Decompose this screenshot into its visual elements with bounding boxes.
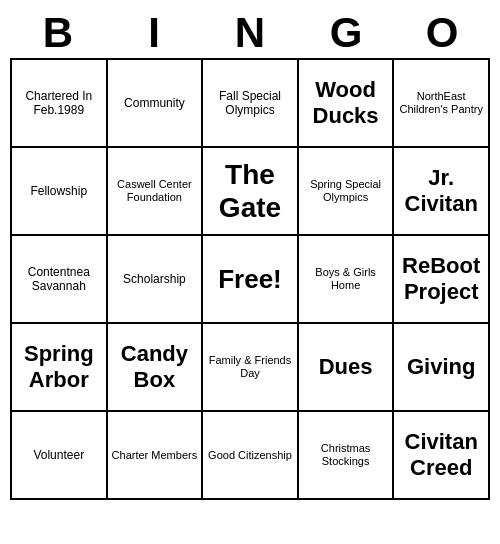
bingo-card: B I N G O Chartered In Feb.1989 Communit…: [10, 8, 490, 500]
header-g: G: [298, 8, 394, 58]
bingo-grid: Chartered In Feb.1989 Community Fall Spe…: [10, 58, 490, 500]
cell-4-2: Good Citizenship: [203, 412, 299, 500]
cell-1-1: Caswell Center Foundation: [108, 148, 204, 236]
cell-2-0: Contentnea Savannah: [12, 236, 108, 324]
cell-4-1: Charter Members: [108, 412, 204, 500]
cell-4-0: Volunteer: [12, 412, 108, 500]
cell-1-3: Spring Special Olympics: [299, 148, 395, 236]
bingo-header: B I N G O: [10, 8, 490, 58]
header-n: N: [202, 8, 298, 58]
cell-1-2: The Gate: [203, 148, 299, 236]
cell-0-4: NorthEast Children's Pantry: [394, 60, 490, 148]
cell-0-3: Wood Ducks: [299, 60, 395, 148]
cell-0-0: Chartered In Feb.1989: [12, 60, 108, 148]
cell-2-2-free: Free!: [203, 236, 299, 324]
header-o: O: [394, 8, 490, 58]
cell-0-2: Fall Special Olympics: [203, 60, 299, 148]
cell-3-4: Giving: [394, 324, 490, 412]
cell-3-2: Family & Friends Day: [203, 324, 299, 412]
cell-0-1: Community: [108, 60, 204, 148]
cell-1-0: Fellowship: [12, 148, 108, 236]
cell-2-4: ReBoot Project: [394, 236, 490, 324]
header-i: I: [106, 8, 202, 58]
cell-1-4: Jr. Civitan: [394, 148, 490, 236]
cell-3-0: Spring Arbor: [12, 324, 108, 412]
cell-4-4: Civitan Creed: [394, 412, 490, 500]
cell-4-3: Christmas Stockings: [299, 412, 395, 500]
cell-2-3: Boys & Girls Home: [299, 236, 395, 324]
cell-2-1: Scholarship: [108, 236, 204, 324]
cell-3-1: Candy Box: [108, 324, 204, 412]
cell-3-3: Dues: [299, 324, 395, 412]
header-b: B: [10, 8, 106, 58]
